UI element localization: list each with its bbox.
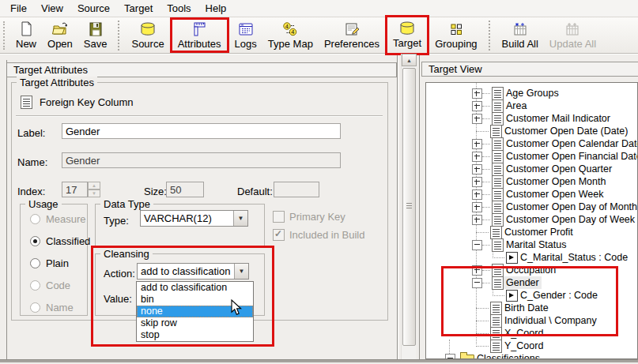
open-button[interactable]: Open bbox=[42, 20, 78, 51]
tree-item-label[interactable]: Customer Open Day of Week bbox=[504, 213, 637, 226]
expand-plus-icon[interactable] bbox=[472, 101, 482, 111]
tree-item-label[interactable]: Marital Status bbox=[504, 238, 568, 251]
tree-item-customer-mail-indicator[interactable]: Customer Mail Indicator bbox=[426, 112, 637, 125]
tree-item-x-coord[interactable]: X_Coord bbox=[426, 327, 637, 340]
expand-plus-icon[interactable] bbox=[472, 190, 482, 200]
tree-item-label[interactable]: Customer Open Day of Month bbox=[504, 201, 638, 213]
tree-item-label[interactable]: Classifications bbox=[474, 352, 542, 359]
tree-item-label[interactable]: Customer Mail Indicator bbox=[504, 112, 613, 125]
tree-item-y-coord[interactable]: Y_Coord bbox=[426, 340, 637, 352]
expand-plus-icon[interactable] bbox=[472, 164, 482, 174]
tree-item-gender[interactable]: Gender bbox=[426, 276, 637, 289]
type-map-button[interactable]: Type Map bbox=[262, 20, 319, 51]
collapse-minus-icon[interactable] bbox=[472, 240, 482, 250]
tree-item-customer-open-week[interactable]: Customer Open Week bbox=[426, 188, 637, 201]
expand-plus-icon[interactable] bbox=[472, 88, 482, 99]
tree-item-customer-open-financial-date[interactable]: Customer Open Financial Date bbox=[426, 150, 637, 163]
tree-item-label[interactable]: X_Coord bbox=[502, 327, 546, 340]
update-all-button[interactable]: Update All bbox=[544, 20, 602, 51]
tree-item-label[interactable]: Customer Open Financial Date bbox=[504, 150, 638, 163]
expand-plus-icon[interactable] bbox=[472, 139, 482, 149]
attributes-button[interactable]: Attributes bbox=[172, 20, 227, 51]
dropdown-option-add-to-classification[interactable]: add to classification bbox=[137, 282, 253, 294]
menu-item-tools[interactable]: Tools bbox=[160, 0, 198, 17]
cleansing-action-combobox[interactable]: add to classification ▼ bbox=[137, 263, 249, 280]
tree-item-label[interactable]: Customer Open Date (Date) bbox=[502, 125, 630, 137]
primary-key-checkbox[interactable]: Primary Key bbox=[273, 211, 345, 223]
tree-item-label[interactable]: Customer Open Calendar Date bbox=[504, 137, 638, 150]
tree-item-area[interactable]: Area bbox=[426, 99, 637, 112]
build-all-button[interactable]: Build All bbox=[496, 20, 544, 51]
menu-item-view[interactable]: View bbox=[34, 0, 70, 17]
tree-item-marital-status[interactable]: Marital Status bbox=[426, 238, 637, 251]
tree-item-label[interactable]: Birth Date bbox=[502, 302, 551, 314]
expand-plus-icon[interactable] bbox=[472, 152, 482, 162]
usage-radio-code[interactable]: Code bbox=[30, 280, 70, 291]
spinner-up-icon[interactable]: ▲ bbox=[88, 182, 100, 190]
dropdown-option-skip-row[interactable]: skip row bbox=[137, 317, 253, 329]
expand-plus-icon[interactable] bbox=[472, 265, 482, 276]
tree-item-customer-open-calendar-date[interactable]: Customer Open Calendar Date bbox=[426, 137, 637, 150]
menu-item-target[interactable]: Target bbox=[117, 0, 160, 17]
tree-item-label[interactable]: Y_Coord bbox=[502, 340, 546, 352]
tree-item-label[interactable]: Age Groups bbox=[504, 87, 561, 99]
save-button[interactable]: Save bbox=[78, 20, 113, 51]
chevron-down-icon[interactable]: ▼ bbox=[234, 264, 248, 279]
tree-item-age-groups[interactable]: Age Groups bbox=[426, 87, 637, 99]
tree-item-classifications[interactable]: Classifications bbox=[426, 352, 637, 359]
tree-item-label[interactable]: C_Marital_Status : Code bbox=[518, 251, 630, 264]
tree-item-customer-open-month[interactable]: Customer Open Month bbox=[426, 175, 637, 188]
tree-item-label[interactable]: Customer Open Quarter bbox=[504, 163, 614, 175]
left-panel-scrollbar[interactable]: ▲ bbox=[401, 54, 416, 364]
label-input[interactable] bbox=[62, 123, 341, 139]
preferences-button[interactable]: Preferences bbox=[319, 20, 385, 51]
tree-item-customer-open-quarter[interactable]: Customer Open Quarter bbox=[426, 163, 637, 175]
label-caption: Label: bbox=[17, 127, 45, 139]
menu-item-help[interactable]: Help bbox=[198, 0, 234, 17]
tree-item-c-gender-code[interactable]: C_Gender : Code bbox=[426, 289, 637, 302]
usage-radio-name[interactable]: Name bbox=[30, 302, 74, 313]
tree-item-individual-company[interactable]: Individual \ Company bbox=[426, 314, 637, 327]
tree-item-label[interactable]: Area bbox=[504, 99, 529, 112]
menu-item-source[interactable]: Source bbox=[70, 0, 117, 17]
chevron-down-icon[interactable]: ▼ bbox=[233, 211, 247, 226]
tree-item-customer-open-day-of-month[interactable]: Customer Open Day of Month bbox=[426, 201, 637, 213]
dropdown-option-stop[interactable]: stop bbox=[137, 329, 253, 341]
menu-item-file[interactable]: File bbox=[3, 0, 34, 17]
usage-radio-plain[interactable]: Plain bbox=[30, 257, 69, 269]
usage-radio-measure[interactable]: Measure bbox=[30, 213, 86, 225]
tree-item-label[interactable]: Individual \ Company bbox=[502, 314, 599, 327]
spinner-down-icon[interactable]: ▼ bbox=[88, 190, 100, 197]
tree-item-occupation[interactable]: Occupation bbox=[426, 264, 637, 276]
tree-item-c-marital-status-code[interactable]: C_Marital_Status : Code bbox=[426, 251, 637, 264]
grouping-button[interactable]: Grouping bbox=[429, 20, 482, 51]
logs-button[interactable]: Logs bbox=[229, 20, 262, 51]
new-button[interactable]: New bbox=[10, 20, 42, 51]
tree-item-customer-profit[interactable]: Customer Profit bbox=[426, 226, 637, 238]
tree-item-customer-open-day-of-week[interactable]: Customer Open Day of Week bbox=[426, 213, 637, 226]
target-button[interactable]: Target bbox=[387, 19, 427, 50]
expand-plus-icon[interactable] bbox=[472, 114, 482, 124]
tree-item-customer-open-date-date[interactable]: Customer Open Date (Date) bbox=[426, 125, 637, 137]
collapse-minus-icon[interactable] bbox=[445, 354, 455, 360]
attribute-icon bbox=[492, 201, 504, 214]
included-in-build-checkbox[interactable]: Included in Build bbox=[273, 229, 364, 241]
usage-radio-classified[interactable]: Classified bbox=[30, 235, 90, 247]
tree-item-label[interactable]: C_Gender : Code bbox=[518, 289, 600, 302]
expand-plus-icon[interactable] bbox=[472, 177, 482, 187]
type-combobox[interactable]: VARCHAR(12) ▼ bbox=[140, 210, 248, 227]
tree-item-label[interactable]: Customer Profit bbox=[502, 226, 576, 238]
expand-plus-icon[interactable] bbox=[472, 215, 482, 225]
tree-item-label[interactable]: Customer Open Week bbox=[504, 188, 606, 201]
source-button[interactable]: Source bbox=[126, 20, 169, 51]
panel-splitter[interactable] bbox=[419, 55, 420, 364]
scrollbar-thumb[interactable] bbox=[402, 68, 416, 346]
index-spinner[interactable]: ▲▼ bbox=[88, 182, 100, 197]
expand-plus-icon[interactable] bbox=[472, 202, 482, 212]
scroll-up-icon[interactable]: ▲ bbox=[402, 54, 417, 66]
tree-item-label[interactable]: Occupation bbox=[504, 264, 558, 276]
tree-item-birth-date[interactable]: Birth Date bbox=[426, 302, 637, 314]
collapse-minus-icon[interactable] bbox=[472, 278, 482, 288]
tree-item-label[interactable]: Customer Open Month bbox=[504, 175, 608, 188]
tree-item-label[interactable]: Gender bbox=[504, 276, 542, 289]
